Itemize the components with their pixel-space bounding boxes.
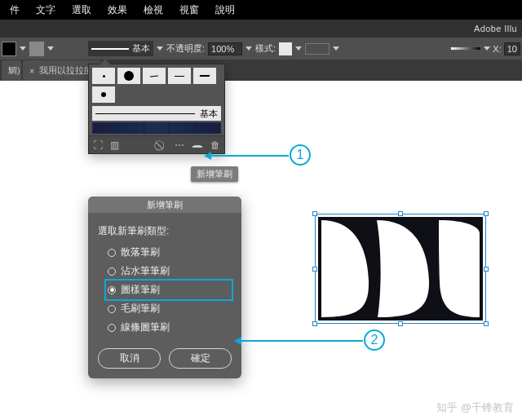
brushes-panel: 基本 ⛶ ▥ ⃠ ⋯ 🗑 (88, 64, 225, 154)
x-field[interactable]: 10 (504, 42, 520, 55)
style-swatch[interactable] (279, 42, 292, 55)
brush-row-pattern[interactable] (92, 122, 221, 134)
remove-stroke-icon[interactable]: ⃠ (156, 139, 167, 151)
chevron-down-icon[interactable] (295, 46, 302, 51)
close-icon[interactable]: × (29, 66, 34, 76)
brush-row-label: 基本 (200, 108, 218, 120)
annotation-marker-1: 1 (290, 144, 311, 166)
radio-bristle-brush[interactable]: 毛刷筆刷 (106, 299, 232, 318)
brush-type-radio-group: 散落筆刷 沾水筆筆刷 圖樣筆刷 毛刷筆刷 線條圖筆刷 (106, 243, 232, 337)
brush-panel-footer: ⛶ ▥ ⃠ ⋯ 🗑 (89, 135, 224, 153)
menu-item[interactable]: 視窗 (171, 3, 207, 17)
opacity-label: 不透明度: (166, 42, 205, 55)
chevron-down-icon[interactable] (47, 46, 54, 51)
tab-title: 鯛) (8, 64, 20, 77)
x-label: X: (493, 44, 501, 54)
menu-item[interactable]: 選取 (64, 3, 100, 17)
radio-label: 散落筆刷 (121, 245, 160, 259)
annotation-line (241, 340, 363, 342)
selected-artwork[interactable] (315, 214, 486, 324)
selection-handle[interactable] (312, 267, 317, 272)
selection-handle[interactable] (398, 321, 403, 326)
radio-label: 圖樣筆刷 (121, 283, 160, 297)
opacity-field[interactable]: 100% (208, 42, 242, 55)
zhihu-logo: 知乎 (436, 400, 458, 415)
panel-pointer (100, 59, 110, 64)
selection-handle[interactable] (398, 211, 403, 216)
transform-icon[interactable] (450, 46, 481, 51)
selection-handle[interactable] (484, 321, 489, 326)
menu-item[interactable]: 說明 (207, 3, 243, 17)
selection-handle[interactable] (484, 211, 489, 216)
dialog-title: 新增筆刷 (88, 197, 241, 213)
radio-label: 線條圖筆刷 (121, 321, 170, 334)
chevron-down-icon[interactable] (484, 46, 490, 51)
brush-thumb[interactable] (92, 86, 115, 103)
app-name: Adobe Illu (474, 24, 517, 33)
brush-name: 基本 (132, 42, 150, 55)
annotation-line (210, 155, 289, 157)
menu-item[interactable]: 檢視 (135, 3, 171, 17)
annotation-marker-2: 2 (364, 329, 385, 351)
ok-button[interactable]: 確定 (169, 348, 232, 369)
stroke-swatch[interactable] (29, 42, 44, 56)
brush-thumb[interactable] (117, 68, 140, 84)
radio-label: 毛刷筆刷 (121, 302, 160, 316)
line-icon (95, 113, 195, 114)
tooltip-new-brush: 新增筆刷 (191, 166, 238, 182)
watermark: 知乎 @千锋教育 (436, 400, 514, 415)
menubar: 件 文字 選取 效果 檢視 視窗 說明 (0, 0, 522, 20)
fill-swatch[interactable] (2, 42, 16, 56)
brush-thumb-grid (89, 64, 224, 104)
menu-item[interactable]: 文字 (28, 3, 64, 17)
chevron-down-icon[interactable] (20, 46, 26, 51)
new-brush-dialog: 新增筆刷 選取新筆刷類型: 散落筆刷 沾水筆筆刷 圖樣筆刷 毛刷筆刷 線條圖筆刷… (88, 197, 241, 378)
brush-thumb[interactable] (92, 68, 115, 84)
radio-art-brush[interactable]: 線條圖筆刷 (106, 318, 232, 337)
chevron-down-icon[interactable] (246, 46, 252, 51)
brush-row-basic[interactable]: 基本 (92, 106, 221, 121)
radio-calligraphic-brush[interactable]: 沾水筆筆刷 (106, 262, 232, 281)
brush-stroke-preview (91, 48, 129, 50)
tab-title: 我用以拉拉的 (39, 64, 93, 77)
brush-selector[interactable]: 基本 (88, 41, 153, 56)
document-tab-bar: 鯛) × 我用以拉拉的 (0, 60, 522, 81)
chevron-down-icon[interactable] (333, 46, 339, 51)
library-icon[interactable]: ⛶ (92, 139, 104, 151)
radio-scatter-brush[interactable]: 散落筆刷 (106, 243, 232, 262)
selection-handle[interactable] (484, 267, 489, 272)
radio-label: 沾水筆筆刷 (121, 264, 170, 278)
library-menu-icon[interactable]: ▥ (108, 139, 120, 151)
cancel-button[interactable]: 取消 (98, 348, 161, 369)
app-title-bar: Adobe Illu (0, 20, 522, 38)
radio-pattern-brush[interactable]: 圖樣筆刷 (106, 281, 232, 299)
align-icon[interactable] (305, 43, 330, 55)
watermark-author: @千锋教育 (461, 400, 514, 415)
brush-thumb[interactable] (143, 68, 166, 84)
menu-item[interactable]: 件 (2, 3, 28, 17)
trash-icon[interactable]: 🗑 (210, 139, 221, 151)
artwork-shape (318, 217, 483, 321)
dialog-prompt: 選取新筆刷類型: (98, 224, 232, 238)
selection-handle[interactable] (312, 321, 317, 326)
document-tab[interactable]: 鯛) (2, 60, 21, 81)
options-icon[interactable]: ⋯ (174, 139, 185, 151)
style-label: 樣式: (255, 42, 276, 55)
options-bar: 基本 不透明度: 100% 樣式: X: 10 (0, 38, 522, 60)
chevron-down-icon[interactable] (157, 46, 163, 51)
brush-thumb[interactable] (168, 68, 191, 84)
menu-item[interactable]: 效果 (100, 3, 135, 17)
selection-handle[interactable] (312, 211, 317, 216)
brush-thumb[interactable] (193, 68, 216, 84)
